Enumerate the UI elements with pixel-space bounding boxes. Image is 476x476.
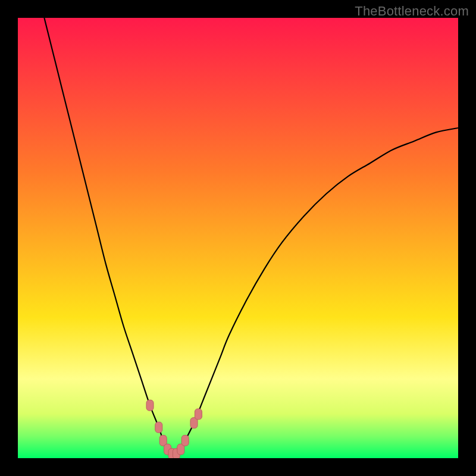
bottleneck-chart (18, 18, 458, 458)
plot-area (18, 18, 458, 458)
gradient-background (18, 18, 458, 458)
optimum-marker (155, 422, 162, 433)
optimum-marker (181, 435, 189, 446)
optimum-marker (146, 400, 154, 411)
chart-frame: TheBottleneck.com (0, 0, 476, 476)
watermark-text: TheBottleneck.com (355, 4, 469, 19)
optimum-marker (195, 409, 202, 419)
